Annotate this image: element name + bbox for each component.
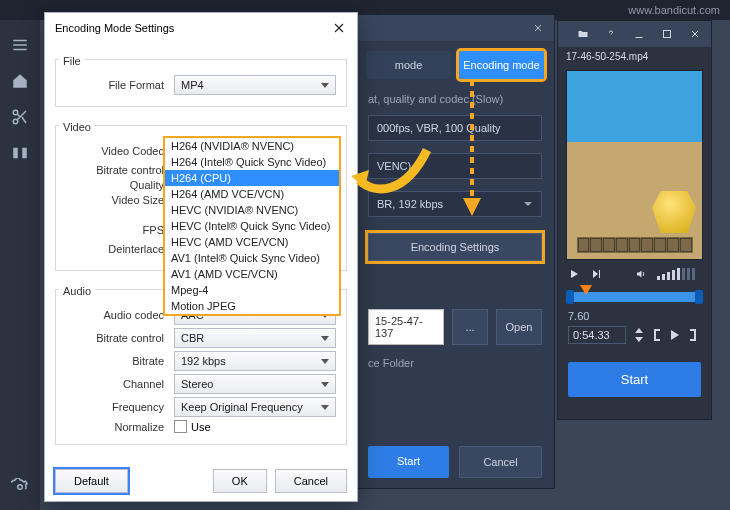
mark-out-icon[interactable]	[688, 329, 698, 341]
video-group-label: Video	[59, 121, 95, 133]
home-icon[interactable]	[11, 72, 29, 90]
codec-option[interactable]: H264 (CPU)	[165, 170, 339, 186]
bitrate-control-label: Bitrate control	[66, 164, 164, 176]
codec-option[interactable]: Mpeg-4	[165, 282, 339, 298]
preview-panel: 17-46-50-254.mp4 7.60 Start	[557, 20, 712, 420]
minimize-icon[interactable]	[633, 28, 645, 40]
svg-point-0	[13, 110, 18, 115]
play-small-icon[interactable]	[670, 329, 680, 341]
codec-option[interactable]: AV1 (Intel® Quick Sync Video)	[165, 250, 339, 266]
player-start-button[interactable]: Start	[568, 362, 701, 397]
video-preview[interactable]	[566, 70, 703, 260]
svg-rect-13	[692, 268, 695, 280]
normalize-label: Normalize	[66, 421, 164, 433]
timeline-start-handle[interactable]	[566, 290, 574, 304]
encoding-mode-button[interactable]: Encoding mode	[459, 51, 544, 79]
step-icon[interactable]	[590, 268, 602, 280]
codec-option[interactable]: H264 (Intel® Quick Sync Video)	[165, 154, 339, 170]
svg-point-4	[18, 485, 23, 490]
codec-option[interactable]: HEVC (AMD VCE/VCN)	[165, 234, 339, 250]
audio-group-label: Audio	[59, 285, 95, 297]
file-group-label: File	[59, 55, 85, 67]
folder-label: ce Folder	[356, 353, 554, 373]
frequency-select[interactable]: Keep Original Frequency	[174, 397, 336, 417]
cancel-button[interactable]: Cancel	[275, 469, 347, 493]
svg-rect-11	[682, 268, 685, 280]
play-icon[interactable]	[568, 268, 580, 280]
mode-button[interactable]: mode	[366, 51, 451, 79]
mode-description: at, quality and codec (Slow)	[356, 89, 554, 109]
mark-in-icon[interactable]	[652, 329, 662, 341]
codec-option[interactable]: H264 (AMD VCE/VCN)	[165, 186, 339, 202]
timeline-playhead[interactable]	[580, 285, 592, 295]
help-icon[interactable]	[605, 28, 617, 40]
normalize-checkbox[interactable]	[174, 420, 187, 433]
svg-rect-6	[657, 276, 660, 280]
audio-bitrate-ctl-select[interactable]: CBR	[174, 328, 336, 348]
watermark: www.bandicut.com	[628, 4, 720, 16]
volume-bars[interactable]	[657, 268, 701, 280]
file-format-select[interactable]: MP4	[174, 75, 336, 95]
chevron-down-icon	[523, 199, 533, 209]
video-codec-label: Video Codec	[66, 145, 164, 157]
browse-button[interactable]: ...	[452, 309, 488, 345]
svg-rect-5	[664, 31, 671, 38]
codec-option[interactable]: H264 (NVIDIA® NVENC)	[165, 138, 339, 154]
channel-select[interactable]: Stereo	[174, 374, 336, 394]
dialog-title: Encoding Mode Settings	[55, 22, 174, 34]
speaker-icon[interactable]	[635, 268, 647, 280]
encode-titlebar	[356, 15, 554, 41]
video-summary-field[interactable]: 000fps, VBR, 100 Quality	[368, 115, 542, 141]
video-codec-dropdown[interactable]: H264 (NVIDIA® NVENC)H264 (Intel® Quick S…	[163, 136, 341, 316]
split-icon[interactable]	[11, 144, 29, 162]
sidebar	[0, 20, 40, 510]
frequency-label: Frequency	[66, 401, 164, 413]
default-button[interactable]: Default	[55, 469, 128, 493]
menu-icon[interactable]	[11, 36, 29, 54]
audio-bitrate-label: Bitrate	[66, 355, 164, 367]
encode-cancel-button[interactable]: Cancel	[459, 446, 542, 478]
encoder-summary-field[interactable]: VENC)	[368, 153, 542, 179]
open-button[interactable]: Open	[496, 309, 542, 345]
codec-option[interactable]: AV1 (AMD VCE/VCN)	[165, 266, 339, 282]
gear-icon[interactable]	[11, 478, 29, 496]
audio-codec-label: Audio codec	[66, 309, 164, 321]
cut-icon[interactable]	[11, 108, 29, 126]
svg-rect-8	[667, 272, 670, 280]
quality-label: Quality	[66, 179, 164, 191]
preview-object	[652, 191, 696, 233]
time-labels: 7.60	[558, 310, 711, 322]
encode-start-button[interactable]: Start	[368, 446, 449, 478]
timeline[interactable]	[568, 292, 701, 302]
folder-open-icon[interactable]	[577, 28, 589, 40]
fps-label: FPS	[66, 224, 164, 236]
maximize-icon[interactable]	[661, 28, 673, 40]
dialog-close-icon[interactable]	[331, 20, 347, 36]
preview-hotbar	[576, 237, 692, 253]
svg-rect-10	[677, 268, 680, 280]
time-left-label: 7.60	[568, 310, 589, 322]
codec-option[interactable]: HEVC (Intel® Quick Sync Video)	[165, 218, 339, 234]
codec-option[interactable]: HEVC (NVIDIA® NVENC)	[165, 202, 339, 218]
deinterlace-label: Deinterlace	[66, 243, 164, 255]
preview-filename: 17-46-50-254.mp4	[558, 47, 711, 66]
audio-bitrate-ctl-label: Bitrate control	[66, 332, 164, 344]
encoding-settings-button[interactable]: Encoding Settings	[368, 233, 542, 261]
svg-rect-3	[22, 148, 27, 159]
time-input[interactable]	[568, 326, 626, 344]
svg-rect-2	[13, 148, 18, 159]
time-stepper-icon[interactable]	[634, 328, 644, 342]
svg-rect-9	[672, 270, 675, 280]
codec-option[interactable]: Motion JPEG	[165, 298, 339, 314]
encode-close-icon[interactable]	[532, 22, 544, 34]
encode-panel: mode Encoding mode at, quality and codec…	[355, 14, 555, 489]
svg-rect-7	[662, 274, 665, 280]
output-path[interactable]: 15-25-47-137	[368, 309, 444, 345]
audio-bitrate-select[interactable]: 192 kbps	[174, 351, 336, 371]
ok-button[interactable]: OK	[213, 469, 267, 493]
audio-summary-field[interactable]: BR, 192 kbps	[368, 191, 542, 217]
close-icon[interactable]	[689, 28, 701, 40]
timeline-end-handle[interactable]	[695, 290, 703, 304]
dialog-titlebar: Encoding Mode Settings	[45, 13, 357, 43]
svg-rect-12	[687, 268, 690, 280]
